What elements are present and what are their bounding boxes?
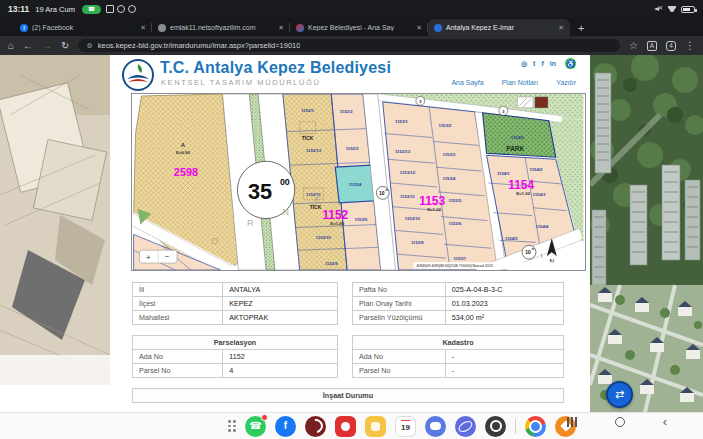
chrome-icon[interactable] — [525, 416, 546, 437]
eimar-favicon — [434, 24, 442, 32]
forward-button[interactable]: → — [42, 41, 52, 51]
road-width-10: 10 — [525, 250, 531, 255]
reload-button[interactable]: ↻ — [61, 41, 69, 51]
bookmark-star-icon[interactable]: ☆ — [629, 41, 638, 51]
samsung-internet-icon[interactable] — [455, 416, 476, 437]
insaat-header: İnşaat Durumu — [132, 388, 564, 403]
page-subtitle: KENTSEL TASARIM MÜDÜRLÜĞÜ — [161, 78, 320, 87]
parcel-label: 1152/11 — [306, 192, 322, 197]
accessibility-button[interactable]: ♿ — [565, 58, 576, 69]
messages-icon[interactable] — [425, 416, 446, 437]
status-bar: 13:11 19 Ara Cum ☎ — [0, 0, 703, 18]
date: 19 Ara Cum — [35, 5, 75, 14]
map-zoom-control[interactable]: + − — [139, 250, 177, 263]
field-label: Ada No — [353, 350, 446, 364]
parcel-label: 1154/2 — [530, 167, 543, 172]
section-title: Parselasyon — [133, 336, 338, 350]
app-drawer-icon[interactable] — [228, 420, 236, 432]
field-label: Parselin Yüzölçümü — [353, 311, 446, 325]
park-label: PARK — [506, 145, 524, 152]
ongoing-call-pill[interactable]: ☎ — [82, 5, 101, 14]
red-app-icon[interactable] — [335, 416, 356, 437]
gallery-app-icon[interactable] — [365, 416, 386, 437]
parcel-label: 1154/4 — [536, 224, 549, 229]
taskbar-divider — [515, 419, 516, 434]
close-tab-icon[interactable]: ✕ — [558, 24, 564, 32]
menu-icon[interactable]: ⋮ — [685, 41, 695, 51]
tab-facebook[interactable]: f (2) Facebook ✕ — [14, 19, 152, 36]
parcel-info-section: İliANTALYA İlçesiKEPEZ MahallesiAKTOPRAK… — [132, 282, 572, 412]
page-nav: Ana Sayfa Plan Notları Yazdır — [451, 79, 576, 86]
table-row: Parsel No- — [353, 364, 564, 378]
linkedin-icon[interactable]: in — [550, 60, 556, 68]
parcel-label: 1152/9 — [325, 261, 338, 266]
parcel-label: 1153/1 — [395, 119, 408, 124]
tab-eimar-active[interactable]: Antalya Kepez E-İmar ✕ — [428, 19, 570, 36]
parcel-label: 1153/12 — [400, 170, 416, 175]
parcel-label: 1154/1 — [497, 171, 510, 176]
new-tab-button[interactable]: + — [578, 22, 584, 36]
webpage-content: T.C. Antalya Kepez Belediyesi KENTSEL TA… — [110, 55, 590, 412]
back-nav-button[interactable]: ‹ — [663, 417, 667, 427]
floating-chat-button[interactable]: ⇄ — [606, 381, 633, 408]
table-row: MahallesiAKTOPRAK — [133, 311, 338, 325]
parcel-label: 1153/13 — [395, 149, 411, 154]
tab-switcher-button[interactable]: 4 — [666, 41, 676, 51]
tab-title: (2) Facebook — [32, 24, 136, 31]
field-value: 025-A-04-B-3-C — [445, 283, 563, 297]
map-inset-thumbnails[interactable] — [517, 97, 548, 108]
tab-kepez-anasayfa[interactable]: Kepez Belediyesi - Ana Say ✕ — [290, 19, 428, 36]
nav-print-link[interactable]: Yazdır — [556, 79, 576, 86]
nav-home-link[interactable]: Ana Sayfa — [451, 79, 483, 86]
close-tab-icon[interactable]: ✕ — [416, 24, 422, 32]
site-settings-icon[interactable]: ⚙ — [86, 42, 92, 50]
block-density: E=1.00 — [516, 191, 530, 196]
zoom-in-button[interactable]: + — [146, 253, 151, 262]
recents-button[interactable] — [567, 417, 577, 427]
field-label: Pafta No — [353, 283, 446, 297]
zoning-map[interactable]: 35 00 10 m 10 m 3 3 O R — [131, 93, 586, 271]
tab-title: Antalya Kepez E-İmar — [446, 24, 554, 31]
twitter-icon[interactable]: t — [533, 60, 535, 68]
facebook-icon[interactable]: f — [541, 60, 543, 68]
nav-plan-notes-link[interactable]: Plan Notları — [502, 79, 539, 86]
home-button[interactable]: ⌂ — [8, 41, 14, 51]
address-bar: ⌂ ← → ↻ ⚙ keos.kepez-bld.gov.tr/imarduru… — [0, 36, 703, 55]
field-value: 01.03.2023 — [445, 297, 563, 311]
translate-icon[interactable]: A — [647, 41, 657, 51]
facebook-icon[interactable]: f — [275, 416, 296, 437]
parcel-label: 1152/3 — [346, 146, 359, 151]
parselasyon-table: Parselasyon Ada No1152 Parsel No4 — [132, 335, 338, 378]
zoom-out-button[interactable]: − — [165, 252, 170, 261]
url-field[interactable]: ⚙ keos.kepez-bld.gov.tr/imardurumu/imar.… — [78, 39, 620, 52]
tab-emlak[interactable]: emlak11.netsoftyazilim.com ✕ — [152, 19, 290, 36]
close-tab-icon[interactable]: ✕ — [278, 24, 284, 32]
close-tab-icon[interactable]: ✕ — [140, 24, 146, 32]
street-letter: O — [211, 236, 218, 246]
social-links: ◎ t f in — [521, 60, 556, 68]
table-row: İnşaat Durumu — [133, 389, 564, 403]
field-value: 1152 — [223, 350, 338, 364]
section-title: İnşaat Durumu — [133, 389, 564, 403]
phone-icon: ☎ — [88, 6, 95, 12]
media-app-icon[interactable] — [305, 416, 326, 437]
field-value: KEPEZ — [223, 297, 338, 311]
parcel-label: 1152/13 — [306, 148, 322, 153]
parcel-label: 1154/6 — [511, 135, 524, 140]
block-number-1152: 1152 — [322, 208, 348, 222]
parcel-label: 1154/5 — [505, 236, 518, 241]
block-number-1153: 1153 — [419, 194, 445, 208]
instagram-icon[interactable]: ◎ — [521, 60, 527, 68]
calendar-icon[interactable]: 19 — [395, 416, 416, 437]
block-density: E=1.00 — [427, 207, 441, 212]
tick-label: TİCK — [302, 135, 314, 141]
back-button[interactable]: ← — [23, 41, 33, 51]
table-row: Ada No1152 — [133, 350, 338, 364]
facebook-favicon: f — [20, 24, 28, 32]
notification-badge — [261, 414, 268, 421]
chat-arrows-icon: ⇄ — [615, 388, 624, 401]
home-nav-button[interactable] — [615, 417, 625, 427]
whatsapp-icon[interactable]: ☎ — [245, 416, 266, 437]
page-title: T.C. Antalya Kepez Belediyesi — [160, 59, 391, 77]
camera-icon[interactable] — [485, 416, 506, 437]
